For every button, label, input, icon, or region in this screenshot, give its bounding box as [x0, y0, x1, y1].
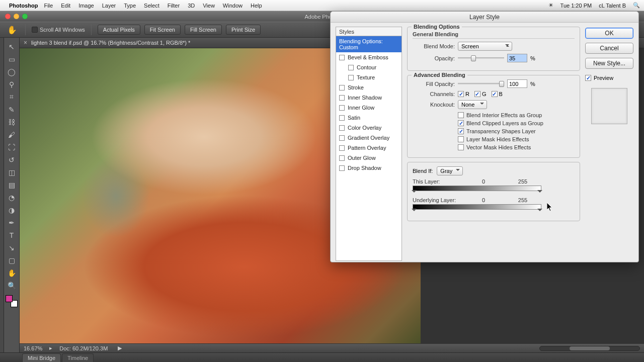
blur-tool-icon[interactable]: ◔ — [6, 192, 18, 203]
fill-screen-button[interactable]: Fill Screen — [185, 25, 222, 35]
type-tool-icon[interactable]: T — [6, 229, 18, 241]
channel-g-checkbox[interactable] — [474, 91, 480, 97]
marquee-tool-icon[interactable]: ▭ — [6, 53, 18, 65]
user-menu[interactable]: cL Talent B — [599, 3, 626, 9]
menu-3d[interactable]: 3D — [188, 3, 195, 9]
shape-tool-icon[interactable]: ▢ — [6, 254, 18, 266]
style-color-overlay[interactable]: Color Overlay — [336, 123, 401, 133]
checkbox[interactable] — [339, 95, 345, 101]
brightness-icon[interactable]: ☀ — [548, 2, 553, 9]
lasso-tool-icon[interactable]: ◯ — [6, 66, 18, 77]
menu-select[interactable]: Select — [144, 3, 159, 9]
foreground-color-swatch[interactable] — [6, 295, 13, 302]
checkbox[interactable] — [339, 125, 345, 131]
checkbox[interactable] — [348, 65, 354, 70]
checkbox[interactable] — [339, 145, 345, 151]
style-texture[interactable]: Texture — [336, 72, 401, 82]
spotlight-icon[interactable]: 🔍 — [633, 2, 640, 9]
this-layer-slider[interactable] — [413, 186, 541, 191]
menu-filter[interactable]: Filter — [168, 3, 180, 9]
cancel-button[interactable]: Cancel — [585, 43, 633, 54]
slider-handle-left[interactable] — [412, 209, 417, 214]
stamp-tool-icon[interactable]: ⛶ — [6, 141, 18, 153]
underlying-layer-slider[interactable] — [413, 204, 541, 210]
checkbox[interactable] — [339, 155, 345, 161]
fit-screen-button[interactable]: Fit Screen — [144, 25, 181, 35]
fill-opacity-slider[interactable] — [458, 83, 504, 84]
style-gradient-overlay[interactable]: Gradient Overlay — [336, 133, 401, 143]
menu-view[interactable]: View — [203, 3, 215, 9]
hand-tool-icon[interactable]: ✋ — [6, 267, 18, 279]
crop-tool-icon[interactable]: ⌗ — [6, 91, 18, 103]
style-satin[interactable]: Satin — [336, 113, 401, 123]
channel-r-checkbox[interactable] — [458, 91, 464, 97]
style-contour[interactable]: Contour — [336, 62, 401, 72]
move-tool-icon[interactable]: ↖ — [6, 41, 18, 52]
minimize-icon[interactable] — [14, 14, 19, 19]
magic-wand-tool-icon[interactable]: ⚲ — [6, 78, 18, 90]
style-blending-options[interactable]: Blending Options: Custom — [336, 36, 401, 52]
opacity-input[interactable]: 35 — [507, 54, 527, 62]
knockout-select[interactable]: None — [458, 100, 487, 109]
actual-pixels-button[interactable]: Actual Pixels — [98, 25, 140, 35]
checkbox[interactable] — [339, 135, 345, 141]
checkbox[interactable] — [339, 55, 345, 60]
slider-handle-right[interactable] — [537, 190, 542, 195]
scroll-all-windows-checkbox[interactable]: Scroll All Windows — [32, 27, 85, 33]
menu-layer[interactable]: Layer — [102, 3, 116, 9]
app-name[interactable]: Photoshop — [9, 3, 38, 9]
tab-mini-bridge[interactable]: Mini Bridge — [22, 353, 61, 362]
color-swatches[interactable] — [6, 295, 18, 307]
fill-opacity-input[interactable]: 100 — [507, 79, 527, 88]
style-pattern-overlay[interactable]: Pattern Overlay — [336, 143, 401, 153]
checkbox[interactable] — [339, 165, 345, 171]
popup-icon[interactable]: ▸ — [49, 345, 52, 351]
checkbox[interactable] — [348, 75, 354, 80]
path-tool-icon[interactable]: ↘ — [6, 242, 18, 253]
eraser-tool-icon[interactable]: ◫ — [6, 166, 18, 178]
style-inner-shadow[interactable]: Inner Shadow — [336, 93, 401, 103]
blend-interior-checkbox[interactable] — [458, 112, 464, 118]
checkbox[interactable] — [339, 115, 345, 121]
opacity-slider[interactable] — [458, 57, 504, 59]
history-brush-tool-icon[interactable]: ↺ — [6, 154, 18, 165]
brush-tool-icon[interactable]: 🖌 — [6, 129, 18, 140]
slider-handle-right[interactable] — [537, 209, 542, 214]
preview-checkbox[interactable] — [585, 75, 591, 81]
hand-tool-icon[interactable]: ✋ — [5, 24, 19, 36]
zoom-tool-icon[interactable]: 🔍 — [6, 280, 18, 291]
new-style-button[interactable]: New Style... — [585, 58, 633, 69]
print-size-button[interactable]: Print Size — [226, 25, 261, 35]
zoom-window-icon[interactable] — [22, 14, 28, 19]
horizontal-scrollbar[interactable] — [539, 346, 640, 351]
style-stroke[interactable]: Stroke — [336, 82, 401, 93]
slider-handle-left[interactable] — [412, 190, 417, 195]
blend-clipped-checkbox[interactable] — [458, 120, 464, 126]
zoom-level[interactable]: 16.67% — [24, 345, 42, 351]
style-outer-glow[interactable]: Outer Glow — [336, 153, 401, 163]
style-drop-shadow[interactable]: Drop Shadow — [336, 163, 401, 173]
tab-timeline[interactable]: Timeline — [62, 353, 94, 362]
doc-size[interactable]: Doc: 60.2M/120.3M — [59, 345, 108, 351]
healing-tool-icon[interactable]: ⛓ — [6, 116, 18, 128]
menu-type[interactable]: Type — [124, 3, 136, 9]
layer-mask-hides-checkbox[interactable] — [458, 136, 464, 142]
close-icon[interactable] — [5, 14, 11, 19]
play-icon[interactable]: ▶ — [118, 345, 122, 351]
clock[interactable]: Tue 1:20 PM — [560, 3, 592, 9]
checkbox[interactable] — [339, 85, 345, 90]
eyedropper-tool-icon[interactable]: ✎ — [6, 104, 18, 115]
style-bevel-emboss[interactable]: Bevel & Emboss — [336, 52, 401, 62]
blend-if-select[interactable]: Gray — [437, 166, 463, 175]
vector-mask-hides-checkbox[interactable] — [458, 144, 464, 150]
menu-help[interactable]: Help — [251, 3, 262, 9]
menu-file[interactable]: File — [44, 3, 53, 9]
transparency-shapes-checkbox[interactable] — [458, 128, 464, 134]
gradient-tool-icon[interactable]: ▤ — [6, 179, 18, 191]
menu-edit[interactable]: Edit — [61, 3, 70, 9]
menu-window[interactable]: Window — [223, 3, 243, 9]
blend-mode-select[interactable]: Screen — [458, 42, 512, 51]
style-inner-glow[interactable]: Inner Glow — [336, 103, 401, 113]
ok-button[interactable]: OK — [585, 28, 633, 39]
dodge-tool-icon[interactable]: ◑ — [6, 204, 18, 216]
